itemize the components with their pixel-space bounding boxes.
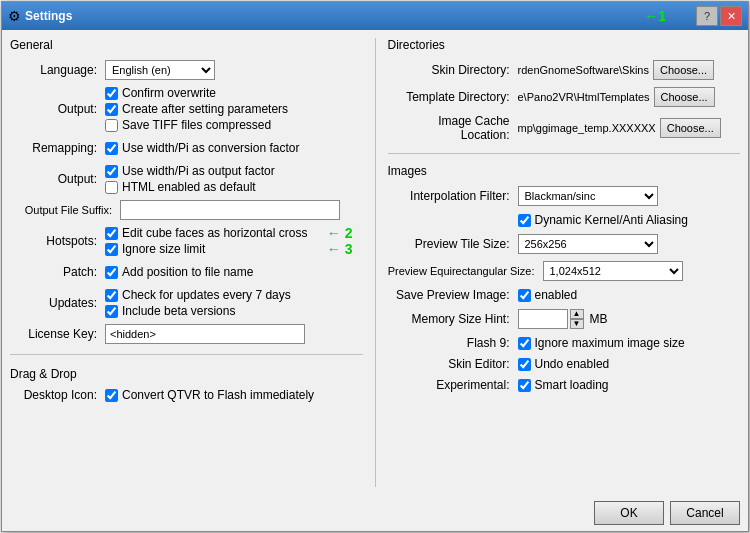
desktop-icon-label: Desktop Icon: (10, 388, 105, 402)
skin-editor-row: Skin Editor: Undo enabled (388, 357, 741, 371)
remapping-checkbox[interactable] (105, 142, 118, 155)
preview-equiv-row: Preview Equirectangular Size: 1,024x512 … (388, 261, 741, 281)
language-label: Language: (10, 63, 105, 77)
drag-drop-section: Drag & Drop Desktop Icon: Convert QTVR t… (10, 367, 363, 407)
template-dir-content: e\Pano2VR\HtmlTemplates Choose... (518, 87, 741, 107)
experimental-check-label: Smart loading (535, 378, 609, 392)
directories-title: Directories (388, 38, 741, 52)
patch-row: Patch: Add position to file name (10, 262, 363, 282)
create-after-item: Create after setting parameters (105, 102, 288, 116)
patch-check-label: Add position to file name (122, 265, 253, 279)
width-pi-label: Use width/Pi as output factor (122, 164, 275, 178)
preview-tile-label: Preview Tile Size: (388, 237, 518, 251)
ok-button[interactable]: OK (594, 501, 664, 525)
cancel-button[interactable]: Cancel (670, 501, 740, 525)
experimental-content: Smart loading (518, 378, 741, 392)
annotation-2-arrow: ← 2 (327, 225, 353, 241)
convert-qtvr-checkbox[interactable] (105, 389, 118, 402)
width-pi-checkbox[interactable] (105, 165, 118, 178)
dynamic-kernel-checkbox[interactable] (518, 214, 531, 227)
output2-label: Output: (10, 172, 105, 186)
interpolation-select[interactable]: Blackman/sinc Bilinear (518, 186, 658, 206)
ignore-size-label: Ignore size limit (122, 242, 205, 256)
hotspots-label: Hotspots: (10, 234, 105, 248)
image-cache-choose-btn[interactable]: Choose... (660, 118, 721, 138)
interpolation-content: Blackman/sinc Bilinear (518, 186, 741, 206)
memory-hint-label: Memory Size Hint: (388, 312, 518, 326)
save-preview-content: enabled (518, 288, 741, 302)
close-button[interactable]: ✕ (720, 6, 742, 26)
save-tiff-checkbox[interactable] (105, 119, 118, 132)
main-content: General Language: English (en) German (d… (2, 30, 748, 495)
flash9-checkbox[interactable] (518, 337, 531, 350)
memory-input[interactable]: 300 (518, 309, 568, 329)
output-checkboxes: Confirm overwrite Create after setting p… (105, 86, 288, 132)
image-cache-content: mp\ggimage_temp.XXXXXX Choose... (518, 118, 741, 138)
preview-tile-content: 256x256 512x512 (518, 234, 741, 254)
window-title: Settings (25, 9, 644, 23)
desktop-icon-content: Convert QTVR to Flash immediately (105, 388, 363, 402)
experimental-checkbox[interactable] (518, 379, 531, 392)
suffix-input[interactable] (120, 200, 340, 220)
output-content: Confirm overwrite Create after setting p… (105, 86, 363, 132)
skin-editor-check-label: Undo enabled (535, 357, 610, 371)
memory-unit: MB (590, 312, 608, 326)
template-dir-choose-btn[interactable]: Choose... (654, 87, 715, 107)
flash9-row: Flash 9: Ignore maximum image size (388, 336, 741, 350)
beta-versions-checkbox[interactable] (105, 305, 118, 318)
create-after-checkbox[interactable] (105, 103, 118, 116)
skin-dir-choose-btn[interactable]: Choose... (653, 60, 714, 80)
ignore-size-checkbox[interactable] (105, 243, 118, 256)
image-cache-label: Image Cache Location: (388, 114, 518, 142)
license-input[interactable] (105, 324, 305, 344)
convert-qtvr-label: Convert QTVR to Flash immediately (122, 388, 314, 402)
output-label: Output: (10, 102, 105, 116)
preview-tile-select[interactable]: 256x256 512x512 (518, 234, 658, 254)
convert-qtvr-item: Convert QTVR to Flash immediately (105, 388, 314, 402)
check-updates-item: Check for updates every 7 days (105, 288, 291, 302)
remapping-label: Remapping: (10, 141, 105, 155)
width-pi-item: Use width/Pi as output factor (105, 164, 275, 178)
annotation-1: ←1 (644, 8, 666, 24)
footer: OK Cancel (2, 495, 748, 531)
output2-checkboxes: Use width/Pi as output factor HTML enabl… (105, 164, 275, 194)
suffix-content (120, 200, 363, 220)
memory-hint-row: Memory Size Hint: 300 ▲ ▼ MB (388, 309, 741, 329)
preview-equiv-select[interactable]: 1,024x512 512x256 (543, 261, 683, 281)
remapping-check-label: Use width/Pi as conversion factor (122, 141, 299, 155)
spin-up-btn[interactable]: ▲ (570, 309, 584, 319)
left-panel: General Language: English (en) German (d… (10, 38, 363, 487)
confirm-overwrite-checkbox[interactable] (105, 87, 118, 100)
skin-dir-content: rdenGnomeSoftware\Skins Choose... (518, 60, 741, 80)
skin-editor-checkbox[interactable] (518, 358, 531, 371)
remapping-content: Use width/Pi as conversion factor (105, 141, 363, 155)
cube-faces-checkbox[interactable] (105, 227, 118, 240)
dynamic-kernel-row: Dynamic Kernel/Anti Aliasing (388, 213, 741, 227)
patch-check-item: Add position to file name (105, 265, 253, 279)
cube-faces-label: Edit cube faces as horizontal cross (122, 226, 307, 240)
skin-dir-label: Skin Directory: (388, 63, 518, 77)
vertical-separator (375, 38, 376, 487)
language-select[interactable]: English (en) German (de) (105, 60, 215, 80)
help-button[interactable]: ? (696, 6, 718, 26)
html-enabled-item: HTML enabled as default (105, 180, 275, 194)
interpolation-label: Interpolation Filter: (388, 189, 518, 203)
title-bar-controls: ? ✕ (696, 6, 742, 26)
check-updates-label: Check for updates every 7 days (122, 288, 291, 302)
save-tiff-label: Save TIFF files compressed (122, 118, 271, 132)
flash9-label: Flash 9: (388, 336, 518, 350)
right-divider1 (388, 153, 741, 154)
check-updates-checkbox[interactable] (105, 289, 118, 302)
preview-equiv-content: 1,024x512 512x256 (543, 261, 741, 281)
spin-down-btn[interactable]: ▼ (570, 319, 584, 329)
remapping-row: Remapping: Use width/Pi as conversion fa… (10, 138, 363, 158)
html-enabled-checkbox[interactable] (105, 181, 118, 194)
template-dir-row: Template Directory: e\Pano2VR\HtmlTempla… (388, 87, 741, 107)
cube-faces-item: Edit cube faces as horizontal cross ← 2 (105, 226, 307, 240)
flash9-content: Ignore maximum image size (518, 336, 741, 350)
experimental-item: Smart loading (518, 378, 609, 392)
memory-spinbox: 300 ▲ ▼ MB (518, 309, 608, 329)
patch-checkbox[interactable] (105, 266, 118, 279)
save-preview-checkbox[interactable] (518, 289, 531, 302)
beta-versions-item: Include beta versions (105, 304, 291, 318)
